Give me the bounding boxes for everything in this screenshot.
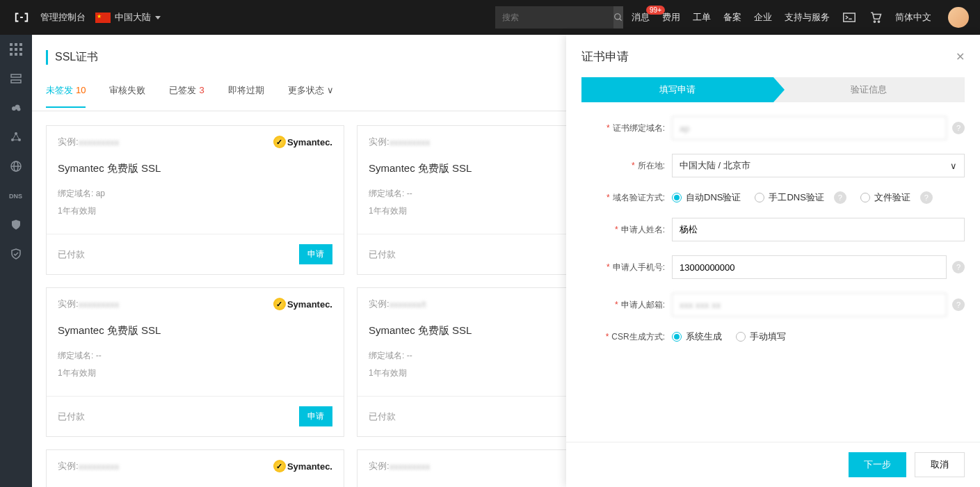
input-email[interactable] [672, 293, 947, 317]
panel-title: 证书申请 [581, 49, 629, 65]
sb-server-icon[interactable] [8, 71, 24, 86]
radio-file-verify[interactable]: 文件验证? [860, 191, 933, 204]
instance-id: xxxxxxxxx [389, 137, 431, 147]
user-avatar[interactable] [948, 7, 969, 28]
sb-dns-icon[interactable]: DNS [8, 188, 24, 203]
nav-tickets[interactable]: 工单 [693, 11, 711, 24]
svg-point-3 [874, 21, 875, 22]
tab-expiring[interactable]: 即将过期 [228, 84, 264, 108]
sb-network-icon[interactable] [8, 129, 24, 145]
symantec-logo: ✓Symantec. [273, 136, 332, 148]
svg-rect-6 [15, 43, 17, 46]
label-csr: CSR生成方式: [611, 332, 665, 342]
help-icon[interactable]: ? [952, 261, 965, 273]
nav-messages[interactable]: 消息 99+ [632, 11, 650, 24]
nav-language[interactable]: 简体中文 [895, 11, 931, 24]
select-region[interactable]: 中国大陆 / 北京市 ∨ [672, 154, 965, 177]
svg-rect-5 [10, 43, 13, 46]
svg-line-22 [13, 134, 16, 140]
search-input[interactable] [495, 13, 613, 22]
sb-cloud-icon[interactable] [8, 100, 24, 115]
close-icon[interactable]: ✕ [956, 50, 965, 63]
input-domain[interactable] [672, 116, 947, 140]
help-icon[interactable]: ? [834, 191, 846, 204]
radio-csr-system[interactable]: 系统生成 [672, 330, 722, 343]
sb-apps-icon[interactable] [8, 42, 24, 57]
paid-status: 已付款 [58, 410, 85, 423]
instance-id: xxxxxxxxx [79, 461, 120, 472]
apply-button[interactable]: 申请 [299, 244, 332, 264]
svg-line-1 [620, 19, 622, 21]
help-icon[interactable]: ? [952, 122, 965, 134]
cert-type: Symantec 免费版 SSL [58, 324, 332, 337]
nav-filing[interactable]: 备案 [723, 11, 741, 24]
nav-support[interactable]: 支持与服务 [785, 11, 830, 24]
cert-card: 实例: xxxxxxxxx✓Symantec.Symantec 免费版 SSL绑… [46, 287, 344, 437]
instance-label: 实例: [369, 460, 389, 472]
sb-shield-icon[interactable] [8, 217, 24, 232]
tab-unsigned[interactable]: 未签发10 [46, 84, 86, 108]
instance-id: xxxxxxxxx [389, 461, 431, 472]
label-phone: 申请人手机号: [613, 262, 665, 272]
label-domain: 证书绑定域名: [613, 123, 665, 133]
left-sidebar: DNS [0, 35, 32, 487]
svg-rect-14 [11, 74, 21, 77]
top-header: 管理控制台 中国大陆 消息 99+ 费用 工单 备案 企业 支持与服务 简体中文 [0, 0, 980, 35]
radio-csr-manual[interactable]: 手动填写 [736, 330, 786, 343]
instance-label: 实例: [58, 460, 79, 472]
cert-card: 实例: xxxxxxxxx✓Symantec.Symantec 免费版 SSL绑… [46, 449, 344, 487]
search-button[interactable] [613, 6, 623, 29]
instance-label: 实例: [369, 298, 389, 310]
svg-line-23 [16, 134, 19, 140]
input-name[interactable] [672, 218, 965, 241]
bound-domain: 绑定域名: -- [58, 350, 332, 362]
validity: 1年有效期 [58, 367, 332, 379]
chevron-down-icon: ∨ [950, 161, 957, 171]
chevron-down-icon [155, 16, 161, 19]
tab-more[interactable]: 更多状态∨ [288, 84, 334, 108]
region-selector[interactable]: 中国大陆 [95, 11, 161, 24]
svg-point-18 [17, 108, 21, 111]
instance-label: 实例: [369, 136, 389, 148]
step-fill[interactable]: 填写申请 [581, 77, 773, 102]
instance-label: 实例: [58, 298, 79, 310]
svg-text:DNS: DNS [9, 193, 22, 200]
brand-logo[interactable] [11, 7, 32, 28]
radio-manual-dns[interactable]: 手工DNS验证? [755, 191, 846, 204]
cart-icon[interactable] [869, 11, 883, 24]
label-verify: 域名验证方式: [613, 193, 665, 202]
svg-rect-11 [10, 53, 13, 56]
svg-rect-2 [844, 13, 856, 22]
help-icon[interactable]: ? [952, 298, 965, 311]
validity: 1年有效期 [58, 205, 332, 217]
label-email: 申请人邮箱: [621, 300, 665, 310]
instance-id: xxxxxxxxx [79, 137, 120, 147]
next-button[interactable]: 下一步 [849, 452, 906, 477]
svg-rect-8 [10, 48, 13, 51]
help-icon[interactable]: ? [920, 191, 933, 204]
sb-shield-check-icon[interactable] [8, 246, 24, 262]
symantec-logo: ✓Symantec. [273, 298, 332, 310]
symantec-logo: ✓Symantec. [273, 460, 332, 472]
cert-card: 实例: xxxxxxxxx✓Symantec.Symantec 免费版 SSL绑… [46, 125, 344, 275]
instance-id: xxxxxxxxx [79, 299, 120, 310]
nav-billing[interactable]: 费用 [662, 11, 680, 24]
svg-rect-7 [19, 43, 22, 46]
nav-enterprise[interactable]: 企业 [754, 11, 772, 24]
paid-status: 已付款 [369, 410, 396, 423]
tab-signed[interactable]: 已签发3 [169, 84, 204, 108]
tab-audit-fail[interactable]: 审核失败 [109, 84, 145, 108]
cert-type: Symantec 免费版 SSL [58, 162, 332, 175]
cancel-button[interactable]: 取消 [915, 452, 965, 477]
terminal-icon[interactable] [842, 11, 856, 24]
input-phone[interactable] [672, 255, 947, 279]
sb-globe-icon[interactable] [8, 159, 24, 174]
apply-button[interactable]: 申请 [299, 406, 332, 426]
instance-id: xxxxxxx/t [389, 299, 426, 310]
svg-point-0 [615, 14, 620, 19]
svg-rect-12 [15, 53, 17, 56]
radio-auto-dns[interactable]: 自动DNS验证 [672, 191, 741, 204]
global-search [495, 6, 620, 29]
console-label[interactable]: 管理控制台 [40, 11, 86, 24]
step-verify[interactable]: 验证信息 [773, 77, 965, 102]
